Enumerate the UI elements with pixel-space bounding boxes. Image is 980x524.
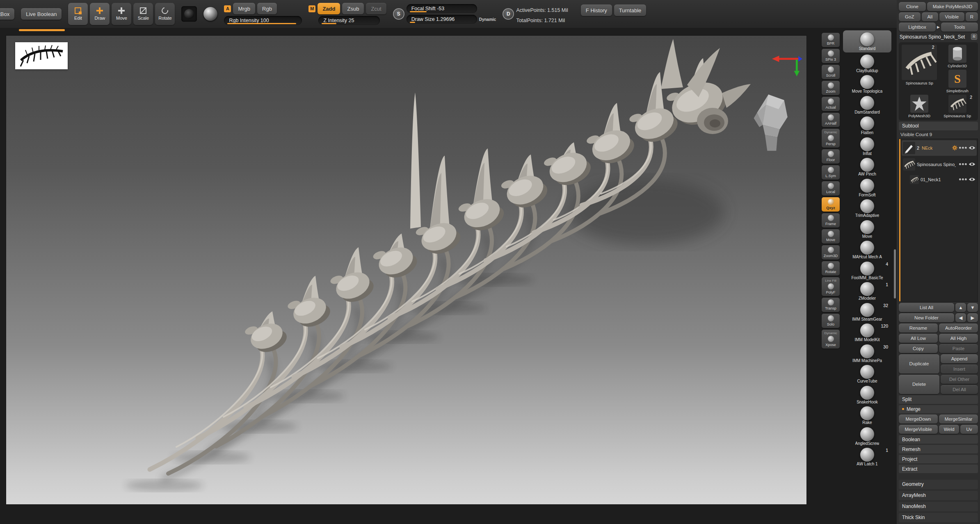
brush-item[interactable]: Rake: [843, 406, 891, 425]
make-polymesh3d-button[interactable]: Make PolyMesh3D: [927, 2, 978, 11]
tool-thumbnail[interactable]: S SimpleBrush: [939, 70, 976, 93]
shelf-button[interactable]: Scroll: [822, 65, 840, 79]
tool-thumbnail[interactable]: 2 Spinosaurus Sp: [939, 95, 976, 118]
palette-section[interactable]: Thick Skin: [899, 513, 978, 522]
brush-item[interactable]: 120 IMM ModelKit: [843, 324, 891, 342]
brush-item[interactable]: SnakeHook: [843, 386, 891, 405]
active-tool-thumbnail[interactable]: 2 Spinosaurus Sp: [901, 45, 938, 93]
f-history-button[interactable]: F History: [581, 5, 612, 16]
brush-item[interactable]: ClayBuildup: [843, 55, 891, 73]
dynamic-tag[interactable]: Dynamic: [479, 17, 496, 22]
brush-item[interactable]: DamStandard: [843, 96, 891, 115]
live-boolean-button[interactable]: Live Boolean: [21, 8, 62, 20]
eye-icon[interactable]: [969, 146, 975, 150]
shelf-button[interactable]: Qxyz: [822, 197, 840, 212]
subtool-item[interactable]: 2 NEck: [902, 140, 977, 156]
viewport[interactable]: [6, 36, 806, 504]
goz-visible-button[interactable]: Visible: [939, 12, 964, 21]
weld-button[interactable]: Weld: [939, 425, 959, 434]
doc-thumbnail[interactable]: [15, 42, 68, 69]
depth-icon[interactable]: D: [503, 8, 514, 20]
shelf-button[interactable]: Zoom: [822, 81, 840, 95]
eye-icon[interactable]: [969, 177, 975, 182]
copy-button[interactable]: Copy: [899, 344, 938, 353]
focal-shift-slider[interactable]: Focal Shift -53: [407, 4, 477, 13]
shelf-button[interactable]: Solo: [822, 314, 840, 328]
brush-item[interactable]: Move: [843, 220, 891, 239]
del-all-button[interactable]: Del All: [941, 385, 978, 394]
brush-item[interactable]: CurveTube: [843, 365, 891, 384]
draw-button[interactable]: Draw: [90, 3, 110, 25]
alpha-selector[interactable]: [181, 6, 197, 22]
brush-item[interactable]: AngledScrew: [843, 427, 891, 446]
shelf-button[interactable]: BPR: [822, 33, 840, 47]
brush-item[interactable]: Inflat: [843, 137, 891, 156]
shelf-button[interactable]: Line Fill PolyF: [822, 277, 840, 296]
move-button[interactable]: Move: [112, 3, 131, 25]
folder-right-button[interactable]: ▶: [967, 313, 978, 322]
shelf-button[interactable]: SPix 3: [822, 49, 840, 63]
autoreorder-button[interactable]: AutoReorder: [939, 324, 978, 333]
axis-gizmo[interactable]: [770, 53, 802, 79]
rgb-intensity-slider[interactable]: Rgb Intensity 100: [224, 16, 302, 25]
project-row[interactable]: Project: [899, 455, 978, 463]
subtool-item[interactable]: Spinosaurus Spino_Neck_Set 2: [902, 157, 977, 172]
duplicate-button[interactable]: Duplicate: [899, 354, 939, 374]
merge-similar-button[interactable]: MergeSimilar: [939, 415, 978, 424]
brush-item[interactable]: TrimAdaptive: [843, 199, 891, 218]
extract-row[interactable]: Extract: [899, 465, 978, 473]
shelf-button[interactable]: Dynamic Xpose: [822, 330, 840, 349]
shelf-button[interactable]: Rotate: [822, 261, 840, 276]
shelf-button[interactable]: Actual: [822, 97, 840, 111]
merge-down-button[interactable]: MergeDown: [899, 415, 938, 424]
brush-item[interactable]: 4 FooIMM_BasicTe: [843, 262, 891, 280]
brush-item[interactable]: MAHcut Mech A: [843, 241, 891, 260]
goz-all-button[interactable]: All: [922, 12, 938, 21]
shelf-button[interactable]: Dynamic Persp: [822, 129, 840, 148]
lightbox-button[interactable]: ntBox: [0, 8, 14, 20]
uv-button[interactable]: Uv: [960, 425, 978, 434]
shelf-button[interactable]: Zoom3D: [822, 245, 840, 260]
draw-size-slider[interactable]: Draw Size 1.29696: [407, 15, 477, 24]
brush-item[interactable]: 30 IMM MachinePa: [843, 344, 891, 363]
shelf-button[interactable]: Local: [822, 181, 840, 196]
insert-button[interactable]: Insert: [941, 365, 978, 374]
palette-section[interactable]: NanoMesh: [899, 502, 978, 511]
folder-left-button[interactable]: ◀: [955, 313, 966, 322]
all-high-button[interactable]: All High: [939, 334, 978, 343]
goz-button[interactable]: GoZ: [899, 12, 921, 21]
material-selector[interactable]: [203, 7, 217, 21]
shelf-button[interactable]: L.Sym: [822, 165, 840, 180]
shelf-button[interactable]: Transp: [822, 298, 840, 312]
shelf-button[interactable]: Move: [822, 229, 840, 244]
boolean-row[interactable]: Boolean: [899, 435, 978, 444]
palette-section[interactable]: ArrayMesh: [899, 491, 978, 500]
brush-item[interactable]: 1 ZModeler: [843, 282, 891, 301]
gear-icon[interactable]: [952, 145, 957, 150]
brush-item[interactable]: 1 AW Latch 1: [843, 448, 891, 467]
rename-button[interactable]: Rename: [899, 324, 938, 333]
append-button[interactable]: Append: [941, 354, 978, 363]
subtool-item[interactable]: 01_Neck1: [902, 173, 977, 186]
zsub-button[interactable]: Zsub: [342, 3, 364, 14]
brush-item[interactable]: Move Topologica: [843, 75, 891, 94]
tool-thumbnail[interactable]: PolyMesh3D: [901, 95, 938, 118]
shelf-button[interactable]: Floor: [822, 149, 840, 164]
brush-scrollbar[interactable]: [894, 249, 896, 298]
eye-icon[interactable]: [969, 162, 975, 166]
remesh-row[interactable]: Remesh: [899, 445, 978, 453]
edit-button[interactable]: Edit: [68, 3, 88, 25]
brush-item[interactable]: Standard: [843, 30, 891, 52]
palette-section[interactable]: Geometry: [899, 480, 978, 489]
delete-button[interactable]: Delete: [899, 375, 939, 394]
shelf-button[interactable]: Frame: [822, 213, 840, 228]
zcut-button[interactable]: Zcut: [366, 3, 386, 14]
split-row[interactable]: Split: [899, 395, 978, 404]
brush-item[interactable]: AW Pinch: [843, 158, 891, 177]
tool-r-badge[interactable]: R: [971, 34, 977, 40]
all-low-button[interactable]: All Low: [899, 334, 938, 343]
goz-r-button[interactable]: R: [966, 12, 978, 21]
subtool-header[interactable]: Subtool: [899, 122, 978, 130]
merge-header[interactable]: Merge: [899, 405, 978, 414]
brush-item[interactable]: Flatten: [843, 116, 891, 135]
